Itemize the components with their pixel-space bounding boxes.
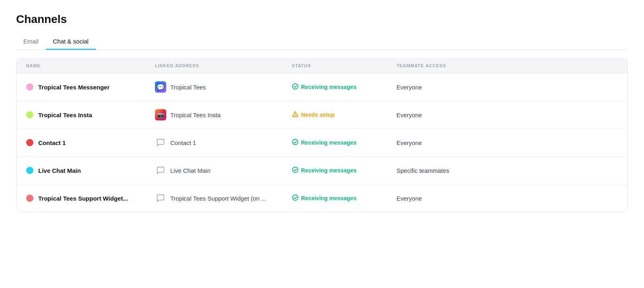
cell-access: Everyone xyxy=(396,139,618,146)
chat-icon xyxy=(155,193,166,204)
svg-point-5 xyxy=(293,195,298,200)
instagram-icon: 📷 xyxy=(155,109,166,120)
channel-name: Contact 1 xyxy=(38,139,66,146)
table-row[interactable]: Tropical Tees Support Widget... Tropical… xyxy=(17,184,627,212)
cell-status: Receiving messages xyxy=(292,139,396,147)
table-header: NAME LINKED ADDRESS STATUS TEAMMATE ACCE… xyxy=(17,58,627,73)
status-label: Needs setup xyxy=(301,112,334,118)
header-name: NAME xyxy=(26,63,155,68)
cell-status: Needs setup xyxy=(292,111,396,119)
cell-linked: 💬 Tropical Tees xyxy=(155,81,292,93)
table-container: NAME LINKED ADDRESS STATUS TEAMMATE ACCE… xyxy=(16,58,628,212)
cell-name: Tropical Tees Insta xyxy=(26,111,155,118)
status-warn-icon xyxy=(292,111,299,119)
page-title: Channels xyxy=(16,13,628,26)
cell-linked: Contact 1 xyxy=(155,137,292,148)
table-row[interactable]: Contact 1 Contact 1 Receiving messages E… xyxy=(17,129,627,157)
avatar-dot xyxy=(26,83,33,91)
table-body: Tropical Tees Messenger 💬 Tropical Tees … xyxy=(17,73,627,212)
status-label: Receiving messages xyxy=(301,139,357,146)
avatar-dot xyxy=(26,111,33,118)
channel-name: Live Chat Main xyxy=(38,167,81,174)
header-status: STATUS xyxy=(292,63,396,68)
avatar-dot xyxy=(26,195,33,202)
status-label: Receiving messages xyxy=(301,84,357,90)
status-label: Receiving messages xyxy=(301,195,357,201)
cell-access: Specific teammates xyxy=(396,167,618,174)
messenger-icon: 💬 xyxy=(155,81,166,93)
status-check-icon xyxy=(292,166,299,175)
linked-address-text: Contact 1 xyxy=(170,139,196,146)
svg-point-4 xyxy=(293,167,298,172)
status-check-icon xyxy=(292,194,299,203)
cell-linked: Live Chat Main xyxy=(155,165,292,176)
header-linked: LINKED ADDRESS xyxy=(155,63,292,68)
cell-status: Receiving messages xyxy=(292,194,396,203)
linked-address-text: Tropical Tees Support Widget (on ... xyxy=(170,195,266,202)
status-check-icon xyxy=(292,139,299,147)
cell-name: Tropical Tees Support Widget... xyxy=(26,195,155,202)
cell-name: Tropical Tees Messenger xyxy=(26,83,155,91)
cell-status: Receiving messages xyxy=(292,83,396,91)
cell-linked: 📷 Tropical Tees Insta xyxy=(155,109,292,120)
tab-chat-social[interactable]: Chat & social xyxy=(46,34,96,50)
table-row[interactable]: Live Chat Main Live Chat Main Receiving … xyxy=(17,157,627,184)
channel-name: Tropical Tees Support Widget... xyxy=(38,195,128,202)
cell-access: Everyone xyxy=(396,84,618,91)
tab-email[interactable]: Email xyxy=(16,34,46,50)
linked-address-text: Tropical Tees Insta xyxy=(170,112,221,118)
avatar-dot xyxy=(26,167,33,174)
chat-icon xyxy=(155,137,166,148)
svg-point-3 xyxy=(293,139,298,145)
cell-access: Everyone xyxy=(396,195,618,202)
tabs: Email Chat & social xyxy=(16,34,628,50)
table-row[interactable]: Tropical Tees Messenger 💬 Tropical Tees … xyxy=(17,73,627,101)
linked-address-text: Tropical Tees xyxy=(170,84,206,91)
cell-access: Everyone xyxy=(396,112,618,118)
cell-status: Receiving messages xyxy=(292,166,396,175)
header-access: TEAMMATE ACCESS xyxy=(396,63,618,68)
cell-linked: Tropical Tees Support Widget (on ... xyxy=(155,193,292,204)
channel-name: Tropical Tees Messenger xyxy=(38,84,109,91)
cell-name: Live Chat Main xyxy=(26,167,155,174)
channel-name: Tropical Tees Insta xyxy=(38,112,92,118)
chat-icon xyxy=(155,165,166,176)
linked-address-text: Live Chat Main xyxy=(170,167,211,174)
table-row[interactable]: Tropical Tees Insta 📷 Tropical Tees Inst… xyxy=(17,101,627,129)
svg-point-0 xyxy=(293,83,298,89)
status-check-icon xyxy=(292,83,299,91)
status-label: Receiving messages xyxy=(301,167,357,174)
avatar-dot xyxy=(26,139,33,146)
cell-name: Contact 1 xyxy=(26,139,155,146)
